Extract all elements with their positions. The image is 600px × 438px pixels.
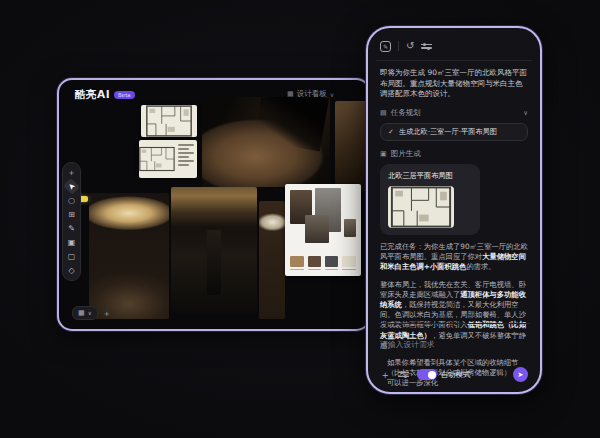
zoom-in-button[interactable]: ＋: [103, 308, 111, 319]
chevron-down-icon: ∨: [523, 109, 528, 117]
crop-tool-icon[interactable]: ▢: [65, 251, 78, 262]
canvas-image-dining-ceiling[interactable]: [89, 193, 169, 319]
color-swatch: [342, 256, 355, 267]
logo-badge: Beta: [114, 91, 135, 99]
generated-floorplan-thumbnail[interactable]: [388, 186, 454, 228]
input-toolbar: ＋ 自动模式 ➤: [380, 367, 528, 382]
toggle-switch: [417, 369, 437, 380]
zoom-control: ▦ ∨ ＋: [72, 306, 111, 320]
tablet-device: 酷亮AI Beta ▦ 设计看板 ∨: [57, 78, 371, 331]
frame-tool-icon[interactable]: ⊞: [65, 209, 78, 220]
color-swatch: [308, 256, 321, 267]
moodboard-swatch-row: [290, 256, 355, 271]
app-logo: 酷亮AI: [75, 88, 110, 102]
app-logo-row: 酷亮AI Beta: [75, 88, 135, 102]
clipboard-icon: ▤: [380, 109, 387, 117]
canvas-image-floorplan-2[interactable]: [139, 140, 197, 178]
floorplan-drawing: [139, 140, 175, 178]
toggle-knob: [428, 371, 436, 379]
auto-mode-label: 自动模式: [441, 370, 470, 380]
canvas-image-wardrobe[interactable]: [171, 187, 257, 313]
task-plan-item[interactable]: ✓ 生成北欧·三室一厅·平面布局图: [380, 123, 528, 141]
design-request-input[interactable]: [380, 340, 528, 349]
chevron-down-icon: ∨: [330, 91, 334, 98]
task-plan-title: 任务规划: [391, 108, 421, 118]
moodboard-photo: [344, 219, 356, 237]
floorplan-annotations: [175, 140, 197, 178]
attach-plus-icon[interactable]: ＋: [380, 368, 390, 382]
canvas-image-hand-on-table[interactable]: [202, 97, 330, 187]
auto-mode-toggle[interactable]: 自动模式: [417, 369, 470, 380]
divider: [376, 60, 532, 61]
ai-brush-tool-icon[interactable]: ◇: [65, 265, 78, 276]
task-item-label: 生成北欧·三室一厅·平面布局图: [399, 127, 497, 137]
shape-tool-icon[interactable]: ○: [65, 195, 78, 206]
add-tool-icon[interactable]: ＋: [65, 167, 78, 178]
image-generation-header: ▣ 图片生成: [380, 149, 528, 159]
assistant-result-paragraph-1: 已完成任务：为你生成了90㎡三室一厅的北欧风平面布局图。重点回应了你对大量储物空…: [380, 242, 528, 273]
canvas-image-moodboard[interactable]: [285, 184, 361, 276]
generated-image-card: 北欧三居平面布局图: [380, 164, 480, 235]
canvas-toolbar: ＋ ➤ ○ ⊞ ✎ ▣ ▢ ◇: [62, 162, 81, 281]
color-swatch: [325, 256, 338, 267]
new-chat-icon[interactable]: ✎: [380, 41, 391, 52]
board-selector-label: 设计看板: [297, 89, 327, 99]
history-icon[interactable]: ↺: [406, 41, 414, 51]
pen-tool-icon[interactable]: ✎: [65, 223, 78, 234]
paragraph-text: 的需求。: [466, 262, 495, 271]
floorplan-drawing: [141, 105, 197, 137]
image-generation-label: 图片生成: [391, 149, 421, 159]
floorplan-drawing: [388, 186, 454, 228]
divider: [398, 41, 399, 51]
color-swatch: [290, 256, 303, 267]
send-button[interactable]: ➤: [513, 367, 528, 382]
board-selector[interactable]: ▦ 设计看板 ∨: [287, 89, 334, 99]
phone-device: ✎ ↺ 即将为你生成 90㎡三室一厅的北欧风格平面布局图。重点规划大量储物空间与…: [366, 26, 542, 394]
desktop-background: 酷亮AI Beta ▦ 设计看板 ∨: [0, 0, 600, 438]
cursor-tool-icon[interactable]: ➤: [63, 178, 80, 195]
canvas-image-floorplan-1[interactable]: [141, 105, 197, 137]
phone-topbar: ✎ ↺: [380, 38, 528, 54]
settings-sliders-icon[interactable]: [421, 42, 432, 51]
chat-input-area: ＋ 自动模式 ➤: [378, 323, 530, 384]
moodboard-photo: [305, 215, 329, 243]
board-grid-icon: ▦: [287, 90, 294, 98]
check-icon: ✓: [388, 128, 394, 136]
image-tool-icon[interactable]: ▣: [65, 237, 78, 248]
chevron-down-icon: ∨: [88, 310, 92, 316]
image-icon: ▣: [380, 150, 387, 158]
assistant-intro-message: 即将为你生成 90㎡三室一厅的北欧风格平面布局图。重点规划大量储物空间与米白主色…: [380, 68, 528, 100]
task-plan-header[interactable]: ▤ 任务规划 ∨: [380, 108, 528, 118]
zoom-level-dropdown[interactable]: ▦ ∨: [72, 306, 98, 320]
canvas-image-table-closeup[interactable]: [259, 201, 285, 319]
grid-icon: ▦: [78, 309, 85, 317]
generated-image-title: 北欧三居平面布局图: [388, 171, 472, 181]
input-settings-icon[interactable]: [398, 370, 409, 379]
